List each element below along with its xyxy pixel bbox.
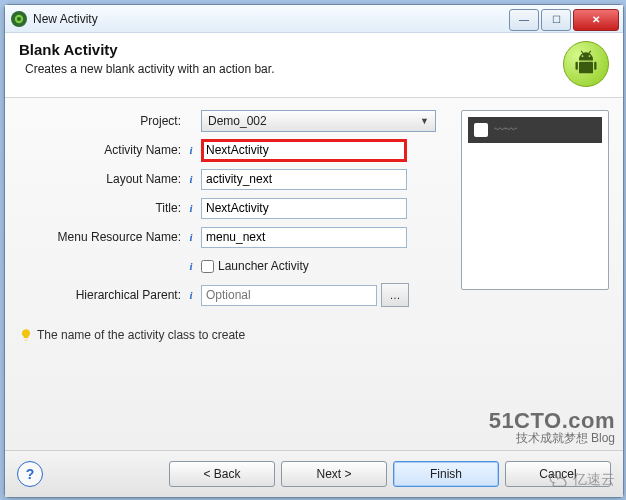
window-title: New Activity — [33, 12, 98, 26]
title-label: Title: — [19, 201, 183, 215]
title-bar[interactable]: New Activity — ☐ ✕ — [5, 5, 623, 33]
phone-body — [468, 143, 602, 283]
android-icon — [563, 41, 609, 87]
svg-point-1 — [17, 16, 21, 20]
svg-rect-3 — [576, 62, 578, 70]
hint-row: The name of the activity class to create — [19, 328, 441, 342]
svg-rect-4 — [594, 62, 596, 70]
layout-name-label: Layout Name: — [19, 172, 183, 186]
lightbulb-icon — [19, 328, 33, 342]
title-placeholder-icon: 〰〰 — [494, 123, 516, 137]
hint-text: The name of the activity class to create — [37, 328, 245, 342]
layout-name-input[interactable] — [201, 169, 407, 190]
menu-resource-input[interactable] — [201, 227, 407, 248]
wizard-header: Blank Activity Creates a new blank activ… — [5, 33, 623, 98]
svg-rect-2 — [579, 62, 593, 74]
launcher-checkbox-input[interactable] — [201, 260, 214, 273]
minimize-button[interactable]: — — [509, 9, 539, 31]
activity-name-input[interactable] — [201, 139, 407, 162]
wizard-body: Project: i Demo_002 ▼ Activity Name: i L… — [5, 98, 623, 450]
info-icon[interactable]: i — [185, 144, 197, 156]
dialog-window: New Activity — ☐ ✕ Blank Activity Create… — [4, 4, 624, 498]
phone-actionbar: 〰〰 — [468, 117, 602, 143]
phone-frame: 〰〰 — [461, 110, 609, 290]
launcher-activity-checkbox[interactable]: Launcher Activity — [201, 259, 309, 273]
browse-button[interactable]: … — [381, 283, 409, 307]
maximize-button[interactable]: ☐ — [541, 9, 571, 31]
title-input[interactable] — [201, 198, 407, 219]
info-icon[interactable]: i — [185, 173, 197, 185]
window-controls: — ☐ ✕ — [509, 9, 623, 29]
project-value: Demo_002 — [208, 114, 267, 128]
project-combo[interactable]: Demo_002 ▼ — [201, 110, 436, 132]
form-area: Project: i Demo_002 ▼ Activity Name: i L… — [19, 110, 441, 450]
back-button[interactable]: < Back — [169, 461, 275, 487]
hier-parent-label: Hierarchical Parent: — [19, 288, 183, 302]
page-subtitle: Creates a new blank activity with an act… — [25, 62, 563, 76]
chevron-down-icon: ▼ — [420, 116, 429, 126]
info-icon[interactable]: i — [185, 202, 197, 214]
app-square-icon — [474, 123, 488, 137]
menu-resource-label: Menu Resource Name: — [19, 230, 183, 244]
close-button[interactable]: ✕ — [573, 9, 619, 31]
activity-preview: 〰〰 — [461, 110, 609, 450]
activity-name-label: Activity Name: — [19, 143, 183, 157]
page-title: Blank Activity — [19, 41, 563, 58]
cancel-button[interactable]: Cancel — [505, 461, 611, 487]
next-button[interactable]: Next > — [281, 461, 387, 487]
app-icon — [11, 11, 27, 27]
finish-button[interactable]: Finish — [393, 461, 499, 487]
help-button[interactable]: ? — [17, 461, 43, 487]
info-icon[interactable]: i — [185, 231, 197, 243]
hier-parent-input[interactable] — [201, 285, 377, 306]
project-label: Project: — [19, 114, 183, 128]
info-icon[interactable]: i — [185, 289, 197, 301]
info-icon[interactable]: i — [185, 260, 197, 272]
wizard-footer: ? < Back Next > Finish Cancel — [5, 450, 623, 497]
launcher-label: Launcher Activity — [218, 259, 309, 273]
